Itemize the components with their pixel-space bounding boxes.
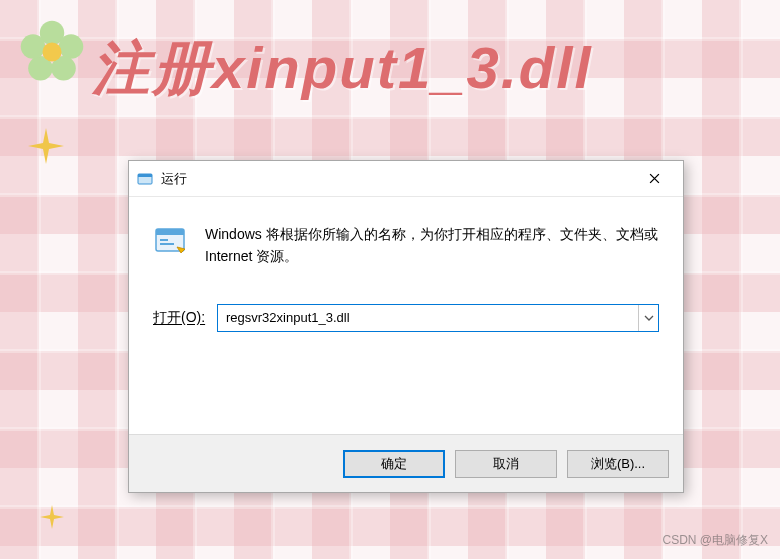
svg-point-5 [42,42,61,61]
svg-rect-10 [160,239,168,241]
sparkle-icon [28,128,64,164]
dialog-body: Windows 将根据你所输入的名称，为你打开相应的程序、文件夹、文档或 Int… [129,197,683,332]
cancel-button[interactable]: 取消 [455,450,557,478]
run-dialog-icon [137,171,153,187]
open-label: 打开(O): [153,309,207,327]
run-program-icon [153,223,189,259]
svg-rect-11 [160,243,174,245]
dialog-button-row: 确定 取消 浏览(B)... [129,434,683,492]
run-dialog: 运行 Windows 将根据你所输入的名称，为你打开相应的程序、文件夹、文档或 … [128,160,684,493]
watermark-text: CSDN @电脑修复X [662,532,768,549]
dialog-titlebar: 运行 [129,161,683,197]
ok-button[interactable]: 确定 [343,450,445,478]
open-combobox[interactable] [217,304,659,332]
dropdown-icon[interactable] [638,305,658,331]
open-input[interactable] [218,305,638,331]
dialog-title: 运行 [161,170,633,188]
svg-rect-7 [138,174,152,177]
flower-decoration [18,18,86,86]
svg-point-4 [21,34,45,58]
sparkle-icon-small [40,505,64,529]
close-button[interactable] [633,165,675,193]
svg-rect-9 [156,229,184,235]
svg-point-1 [59,34,83,58]
dialog-description: Windows 将根据你所输入的名称，为你打开相应的程序、文件夹、文档或 Int… [205,223,659,268]
headline-text: 注册xinput1_3.dll [92,30,593,108]
browse-button[interactable]: 浏览(B)... [567,450,669,478]
